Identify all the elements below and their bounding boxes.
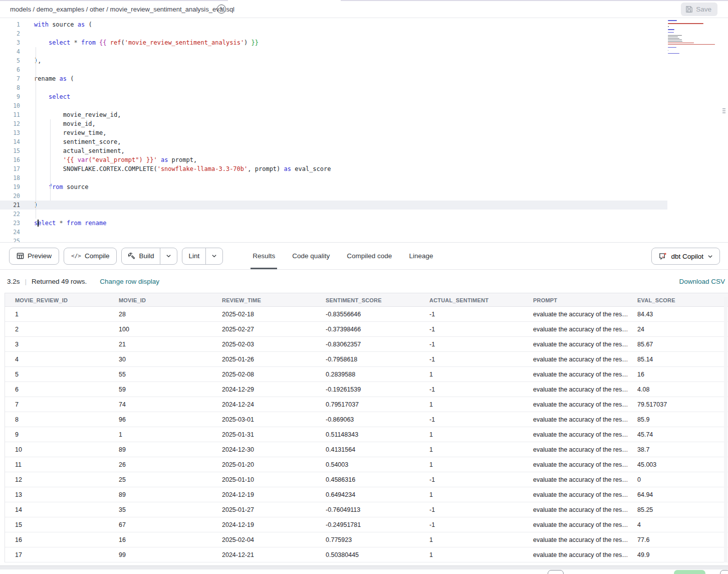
footer-button-partial[interactable] <box>548 570 564 574</box>
tab-lineage[interactable]: Lineage <box>409 243 433 269</box>
hammer-icon <box>128 252 135 260</box>
code-line: 19 from source <box>0 182 728 192</box>
cell: 74 <box>109 397 212 412</box>
code-line: 4 <box>0 47 728 56</box>
code-line: 6 <box>0 65 728 74</box>
tab-code-quality[interactable]: Code quality <box>292 243 330 269</box>
code-line: 14 sentiment_score, <box>0 137 728 146</box>
table-row: 7742024-12-240.795170371evaluate the acc… <box>5 397 728 412</box>
line-number: 9 <box>0 92 20 101</box>
cell: 15 <box>5 517 109 532</box>
pencil-circle-icon[interactable]: ✎ <box>217 5 226 14</box>
line-number: 5 <box>0 56 20 65</box>
table-row: 1282025-02-18-0.83556646-1evaluate the a… <box>5 307 728 322</box>
cell: 0.2839588 <box>316 367 419 381</box>
editor-minimap[interactable] <box>668 20 718 58</box>
cell: 9 <box>5 427 109 442</box>
dbt-copilot-button[interactable]: dbt Copilot <box>651 248 720 265</box>
eval-score-cell: 4 <box>627 517 728 532</box>
results-scrollbar[interactable] <box>724 297 727 562</box>
line-number: 18 <box>0 173 20 182</box>
cell: 2025-02-27 <box>212 322 316 336</box>
cell: -0.37398466 <box>316 322 419 336</box>
code-line: 8 <box>0 83 728 92</box>
cell: -0.869063 <box>316 412 419 427</box>
prompt-preview-text: evaluate the accuracy of the res… <box>533 416 627 423</box>
cell: 8 <box>5 412 109 427</box>
cell: 30 <box>109 352 212 366</box>
preview-button[interactable]: Preview <box>9 248 59 265</box>
cell: 2024-12-29 <box>212 382 316 397</box>
line-number: 24 <box>0 228 20 237</box>
table-row: 14352025-01-27-0.76049113-1evaluate the … <box>5 502 728 517</box>
cell: 0.6494234 <box>316 487 419 502</box>
prompt-preview-text: evaluate the accuracy of the res… <box>533 551 627 558</box>
footer-green-button-partial[interactable] <box>674 570 705 574</box>
cell: 28 <box>109 307 212 321</box>
horizontal-scrollbar-track[interactable] <box>0 565 728 569</box>
prompt-preview-text: evaluate the accuracy of the res… <box>533 371 627 378</box>
tab-results[interactable]: Results <box>253 243 275 269</box>
tab-compiled-code[interactable]: Compiled code <box>347 243 392 269</box>
eval-score-cell: 4.08 <box>627 382 728 397</box>
download-csv-link[interactable]: Download CSV <box>679 278 725 285</box>
table-row: 13892024-12-190.64942341evaluate the acc… <box>5 487 728 502</box>
cell: 16 <box>109 532 212 547</box>
cell: 2024-12-19 <box>212 487 316 502</box>
copilot-label: dbt Copilot <box>671 253 703 260</box>
build-dropdown-arrow[interactable] <box>160 248 177 264</box>
footer-button-partial-right[interactable] <box>720 570 728 574</box>
cell: 2025-02-08 <box>212 367 316 381</box>
code-line: 13 review_time, <box>0 128 728 137</box>
cell: -0.83062357 <box>316 337 419 351</box>
line-number: 15 <box>0 146 20 155</box>
prompt-cell: evaluate the accuracy of the res… <box>523 322 627 336</box>
eval-score-cell: 38.7 <box>627 442 728 457</box>
prompt-preview-text: evaluate the accuracy of the res… <box>533 431 627 438</box>
compile-button[interactable]: </> Compile <box>64 248 117 265</box>
line-number: 22 <box>0 210 20 219</box>
cell: 89 <box>109 442 212 457</box>
cell: 2025-02-18 <box>212 307 316 321</box>
lint-dropdown-arrow[interactable] <box>205 248 222 264</box>
change-row-display-link[interactable]: Change row display <box>100 278 159 285</box>
table-row: 12252025-01-100.4586316-1evaluate the ac… <box>5 472 728 487</box>
cell: 96 <box>109 412 212 427</box>
text-cursor <box>38 220 39 227</box>
cell: -1 <box>419 502 523 517</box>
cell: 4 <box>5 352 109 366</box>
code-line: 24 <box>0 228 728 237</box>
results-table: MOVIE_REVIEW_IDMOVIE_IDREVIEW_TIMESENTIM… <box>5 293 728 562</box>
table-header-row: MOVIE_REVIEW_IDMOVIE_IDREVIEW_TIMESENTIM… <box>5 293 728 307</box>
build-button[interactable]: Build <box>122 248 160 264</box>
build-label: Build <box>139 252 154 260</box>
lint-label: Lint <box>188 252 199 260</box>
lint-split-button: Lint <box>182 248 223 265</box>
cell: 2025-01-27 <box>212 502 316 517</box>
cell: 5 <box>5 367 109 381</box>
code-line: 3 select * from {{ ref('movie_review_sen… <box>0 38 728 47</box>
cell: 2025-02-03 <box>212 337 316 351</box>
cell: 11 <box>5 457 109 472</box>
cell: 10 <box>5 442 109 457</box>
cell: 1 <box>419 427 523 442</box>
editor-scrollbar[interactable] <box>723 18 727 242</box>
eval-score-cell: 24 <box>627 322 728 336</box>
save-button[interactable]: Save <box>681 3 717 16</box>
prompt-cell: evaluate the accuracy of the res… <box>523 397 627 412</box>
cell: 59 <box>109 382 212 397</box>
code-line: 9 select <box>0 92 728 101</box>
cell: 16 <box>5 532 109 547</box>
column-header-movie_id: MOVIE_ID <box>109 293 212 306</box>
prompt-preview-text: evaluate the accuracy of the res… <box>533 476 627 483</box>
chevron-down-icon <box>707 254 713 259</box>
cell: -0.19261539 <box>316 382 419 397</box>
column-header-actual_sentiment: ACTUAL_SENTIMENT <box>419 293 523 306</box>
code-line: 5), <box>0 56 728 65</box>
line-number: 10 <box>0 101 20 110</box>
sql-code-editor[interactable]: 1with source as (23 select * from {{ ref… <box>0 18 728 242</box>
lint-button[interactable]: Lint <box>182 248 205 264</box>
eval-score-cell: 16 <box>627 367 728 381</box>
cell: 0.775923 <box>316 532 419 547</box>
cell: 0.54003 <box>316 457 419 472</box>
